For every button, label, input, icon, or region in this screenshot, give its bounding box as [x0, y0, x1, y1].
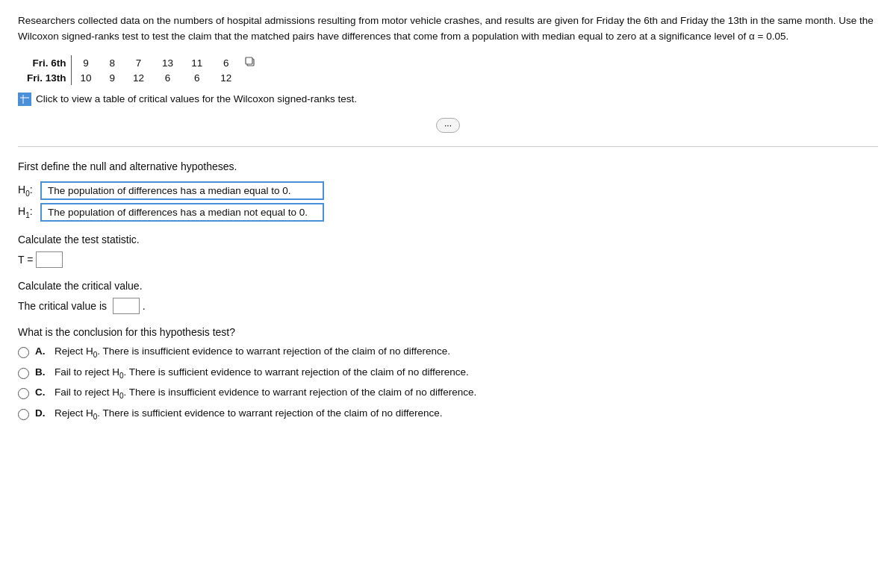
critical-value-input[interactable]: [113, 298, 140, 314]
radio-b[interactable]: [18, 368, 29, 379]
test-stat-label: Calculate the test statistic.: [18, 234, 878, 245]
hypotheses-intro: First define the null and alternative hy…: [18, 160, 878, 172]
option-d-letter: D.: [35, 407, 49, 419]
row1-val5: 11: [182, 55, 211, 71]
data-table: Fri. 6th 9 8 7 13 11 6 Fri. 13th 10 9 12…: [18, 55, 264, 85]
click-link[interactable]: Click to view a table of critical values…: [18, 93, 878, 106]
option-a-text: Reject H0. There is insufficient evidenc…: [55, 345, 450, 359]
row2-val1: 10: [71, 71, 101, 85]
option-d-text: Reject H0. There is sufficient evidence …: [55, 407, 443, 421]
h1-label: H1:: [18, 205, 37, 219]
svg-rect-1: [246, 57, 252, 64]
more-button-label: ···: [444, 120, 452, 131]
row2-val4: 6: [153, 71, 182, 85]
t-input-row: T =: [18, 251, 63, 268]
row1-label: Fri. 6th: [18, 55, 71, 71]
row2-val2: 9: [101, 71, 125, 85]
option-d-row: D. Reject H0. There is sufficient eviden…: [18, 407, 878, 421]
more-button[interactable]: ···: [436, 118, 460, 133]
critical-value-text: The critical value is: [18, 299, 107, 311]
table-icon: [18, 93, 31, 106]
option-b-text: Fail to reject H0. There is sufficient e…: [55, 366, 469, 380]
problem-text: Researchers collected data on the number…: [18, 13, 877, 45]
h1-row: H1: The population of differences has a …: [18, 203, 878, 222]
option-a-letter: A.: [35, 345, 49, 357]
row1-val2: 8: [101, 55, 125, 71]
option-b-row: B. Fail to reject H0. There is sufficien…: [18, 366, 878, 380]
svg-rect-2: [20, 95, 29, 104]
critical-value-section: Calculate the critical value. The critic…: [18, 280, 878, 314]
h0-box: The population of differences has a medi…: [40, 181, 324, 200]
option-c-row: C. Fail to reject H0. There is insuffici…: [18, 387, 878, 400]
row2-label: Fri. 13th: [18, 71, 71, 85]
row2-val6: 12: [211, 71, 240, 85]
row1-val6: 6: [211, 55, 240, 71]
h0-label: H0:: [18, 184, 37, 198]
row2-val3: 12: [124, 71, 153, 85]
row1-val1: 9: [71, 55, 101, 71]
option-c-letter: C.: [35, 387, 49, 398]
critical-value-label: Calculate the critical value.: [18, 280, 878, 292]
option-b-letter: B.: [35, 366, 49, 378]
radio-c[interactable]: [18, 388, 29, 399]
radio-d[interactable]: [18, 409, 29, 420]
t-equals-label: T =: [18, 254, 33, 266]
critical-value-period: .: [143, 299, 146, 311]
h1-box: The population of differences has a medi…: [40, 203, 324, 222]
row1-val3: 7: [124, 55, 153, 71]
copy-icon[interactable]: [240, 55, 264, 71]
divider: [18, 146, 878, 147]
conclusion-question: What is the conclusion for this hypothes…: [18, 326, 878, 338]
row1-val4: 13: [153, 55, 182, 71]
test-statistic-section: Calculate the test statistic. T =: [18, 234, 878, 268]
t-input[interactable]: [36, 251, 63, 268]
hypothesis-block: H0: The population of differences has a …: [18, 181, 878, 222]
row2-val5: 6: [182, 71, 211, 85]
critical-value-line: The critical value is .: [18, 298, 878, 314]
option-a-row: A. Reject H0. There is insufficient evid…: [18, 345, 878, 359]
h0-row: H0: The population of differences has a …: [18, 181, 878, 200]
click-link-text[interactable]: Click to view a table of critical values…: [36, 93, 357, 104]
option-c-text: Fail to reject H0. There is insufficient…: [55, 387, 476, 400]
conclusion-section: What is the conclusion for this hypothes…: [18, 326, 878, 421]
radio-a[interactable]: [18, 347, 29, 358]
